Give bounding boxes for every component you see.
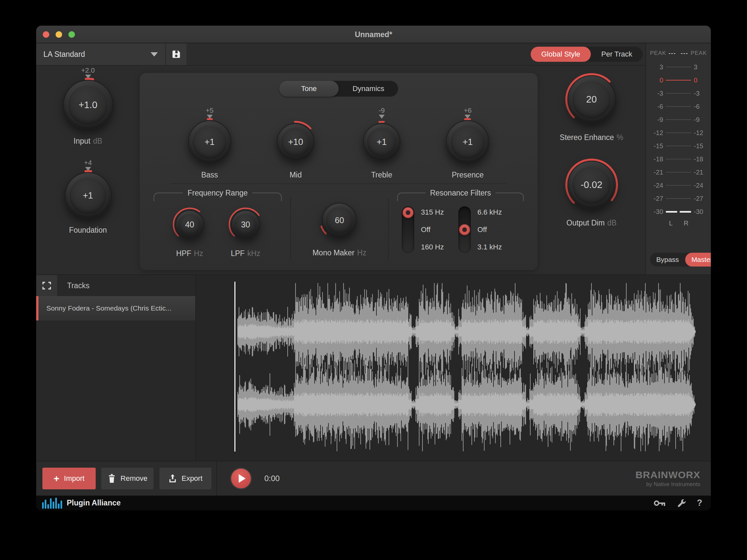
foundation-label: Foundation: [69, 226, 107, 235]
track-list-item[interactable]: Sonny Fodera - Somedays (Chris Ectic...: [36, 296, 195, 320]
treble-knob-group: -9 +1 Treble: [346, 106, 417, 180]
meter-channel-labels: LR: [663, 219, 694, 227]
presence-knob-group: +6 +1 Presence: [432, 106, 503, 180]
meter-level-bars: [666, 211, 691, 213]
mid-knob[interactable]: +10: [274, 120, 317, 164]
output-dim-group: -0.02 Output DimdB: [565, 158, 619, 228]
title-bar: Unnamed*: [36, 26, 711, 44]
presence-knob[interactable]: +1: [443, 117, 492, 167]
mid-value: +10: [274, 120, 317, 164]
foundation-knob-group: +4 +1 Foundation: [62, 159, 114, 235]
mono-maker-label: Mono MakerHz: [312, 248, 366, 257]
resonance-high-option[interactable]: 3.1 kHz: [478, 242, 502, 252]
input-knob-group: +2.0 +1.0 InputdB: [60, 66, 116, 145]
foundation-knob[interactable]: +1: [62, 169, 114, 222]
vertical-divider: [388, 198, 389, 261]
peak-readout-right: ---: [678, 50, 691, 56]
treble-value: +1: [360, 120, 404, 164]
save-preset-button[interactable]: [166, 44, 186, 65]
resonance-filters-group: Resonance Filters 315 Hz Off 160 Hz: [397, 189, 524, 261]
output-dim-knob[interactable]: -0.02: [565, 158, 619, 212]
meter-zero-row: 00: [646, 74, 711, 87]
presence-label: Presence: [452, 170, 484, 180]
style-mode-toggle: Global Style Per Track: [531, 47, 643, 62]
input-target-value: +2.0: [81, 66, 95, 74]
resonance-high-track[interactable]: [458, 206, 471, 253]
resonance-high-option[interactable]: Off: [478, 225, 502, 235]
expand-button[interactable]: [36, 275, 57, 296]
pointer-icon: [379, 115, 385, 118]
mono-maker-value: 60: [319, 200, 360, 241]
play-icon: [239, 474, 246, 483]
meter-panel: PEAK --- --- PEAK 33 00 -3-3 -6-6 -9-9 -…: [645, 44, 711, 274]
tone-panel: Tone Dynamics +5 +1 Bass: [140, 73, 538, 270]
resonance-low-slider: 315 Hz Off 160 Hz: [402, 206, 444, 253]
waveform[interactable]: [196, 275, 710, 461]
hpf-knob[interactable]: 40: [172, 207, 207, 242]
right-controls: 20 Stereo Enhance% -0.02 Output DimdB: [538, 66, 645, 228]
meter-header: PEAK --- --- PEAK: [646, 50, 711, 56]
bass-label: Bass: [201, 170, 218, 180]
resonance-high-option[interactable]: 6.6 kHz: [478, 207, 502, 217]
input-knob[interactable]: +1.0: [60, 77, 116, 133]
vertical-divider: [290, 198, 291, 261]
per-track-tab[interactable]: Per Track: [591, 47, 643, 62]
resonance-low-thumb[interactable]: [403, 207, 414, 218]
toolbar: LA Standard Global Style Per Track: [36, 44, 645, 66]
bypass-button[interactable]: Bypass: [650, 253, 685, 267]
left-controls: +2.0 +1.0 InputdB +4 +1: [36, 66, 140, 274]
window-title: Unnamed*: [36, 26, 711, 44]
tracks-title: Tracks: [67, 281, 89, 290]
export-button[interactable]: Export: [159, 468, 211, 489]
resonance-low-track[interactable]: [402, 206, 414, 253]
upload-icon: [168, 474, 177, 483]
bass-knob[interactable]: +1: [185, 117, 234, 167]
import-button[interactable]: + Import: [43, 468, 96, 489]
foundation-target-value: +4: [84, 159, 92, 167]
stereo-enhance-value: 20: [565, 72, 619, 127]
waveform-display: [196, 275, 711, 461]
input-value: +1.0: [60, 77, 116, 133]
monitor-toggle: Bypass Master: [650, 253, 707, 267]
resonance-high-slider: 6.6 kHz Off 3.1 kHz: [458, 206, 502, 253]
plugin-alliance-label[interactable]: Plugin Alliance: [67, 499, 121, 507]
license-key-icon[interactable]: [654, 499, 666, 507]
save-icon: [171, 49, 182, 60]
transport-bar: + Import Remove Export 0:00 BRAINWORX by: [36, 461, 711, 496]
play-button[interactable]: [230, 468, 252, 489]
preset-name: LA Standard: [44, 50, 85, 59]
master-button[interactable]: Master: [685, 253, 711, 267]
tab-tone[interactable]: Tone: [279, 81, 339, 97]
resonance-filters-legend: Resonance Filters: [397, 189, 524, 201]
frequency-range-legend: Frequency Range: [154, 189, 282, 201]
presence-value: +1: [443, 117, 492, 167]
settings-wrench-icon[interactable]: [677, 498, 687, 508]
hpf-value: 40: [172, 207, 207, 242]
remove-button[interactable]: Remove: [101, 468, 154, 489]
output-dim-value: -0.02: [565, 158, 619, 212]
resonance-low-option[interactable]: Off: [421, 225, 444, 235]
playhead[interactable]: [234, 282, 235, 452]
trash-icon: [107, 474, 116, 483]
transport-divider: [216, 461, 217, 496]
global-style-tab[interactable]: Global Style: [531, 47, 591, 62]
peak-readout-left: ---: [666, 50, 678, 56]
stereo-enhance-knob[interactable]: 20: [565, 72, 619, 127]
bass-value: +1: [185, 117, 234, 167]
help-icon[interactable]: ?: [697, 498, 703, 508]
lpf-knob[interactable]: 30: [228, 207, 263, 242]
output-dim-label: Output DimdB: [566, 218, 616, 228]
tracks-waveform-region: Tracks Sonny Fodera - Somedays (Chris Ec…: [36, 275, 711, 461]
treble-target-value: -9: [379, 106, 385, 114]
lpf-knob-group: 30 LPFkHz: [228, 207, 263, 258]
bass-knob-group: +5 +1 Bass: [174, 106, 245, 180]
resonance-high-thumb[interactable]: [459, 224, 470, 235]
resonance-low-option[interactable]: 160 Hz: [421, 242, 444, 252]
time-display: 0:00: [264, 474, 280, 483]
stereo-enhance-group: 20 Stereo Enhance%: [560, 72, 623, 142]
resonance-low-option[interactable]: 315 Hz: [421, 207, 444, 217]
treble-knob[interactable]: +1: [360, 120, 404, 164]
tab-dynamics[interactable]: Dynamics: [339, 81, 398, 97]
mono-maker-knob[interactable]: 60: [319, 200, 360, 241]
preset-dropdown[interactable]: LA Standard: [36, 44, 165, 65]
